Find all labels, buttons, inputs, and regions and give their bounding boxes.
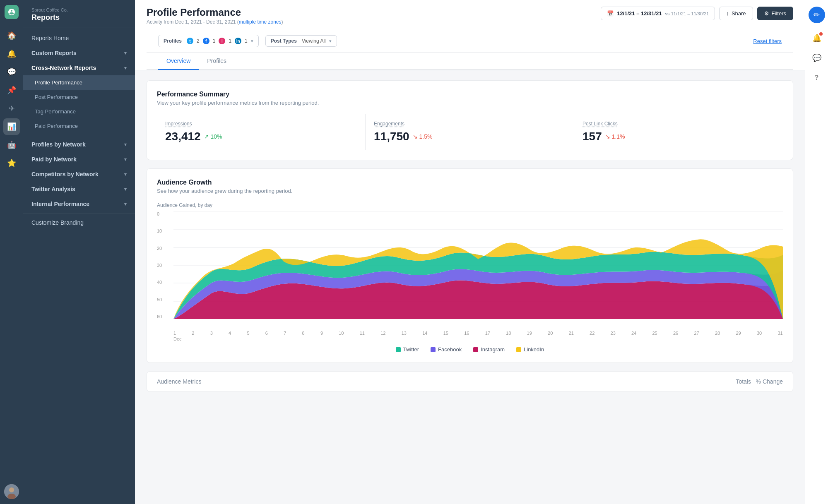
tab-overview[interactable]: Overview xyxy=(158,53,199,70)
legend-instagram: Instagram xyxy=(473,346,505,353)
tab-profiles[interactable]: Profiles xyxy=(199,53,235,70)
chevron-down-icon: ▾ xyxy=(124,142,127,147)
chart-label: Audience Gained, by day xyxy=(157,202,783,208)
twitter-legend-dot xyxy=(396,347,401,352)
filters-button[interactable]: ⚙ Filters xyxy=(757,7,793,20)
right-help-icon[interactable]: ? xyxy=(809,70,825,86)
page-header-top: Profile Performance Activity from Dec 1,… xyxy=(147,7,793,25)
sidebar-item-profiles-by-network[interactable]: Profiles by Network ▾ xyxy=(23,137,135,152)
sidebar-item-post-performance[interactable]: Post Performance xyxy=(23,90,135,104)
performance-summary-title: Performance Summary xyxy=(157,91,783,98)
page-header: Profile Performance Activity from Dec 1,… xyxy=(135,0,805,70)
metrics-grid: Impressions 23,412 ↗ 10% Engagements 11,… xyxy=(157,114,783,150)
profiles-filter[interactable]: Profiles t 2 f 1 i 1 in 1 ▾ xyxy=(158,35,259,47)
nav-publishing-icon[interactable]: ✈ xyxy=(3,100,20,117)
nav-messages-icon[interactable]: 💬 xyxy=(3,64,20,80)
impressions-change: ↗ 10% xyxy=(204,133,222,140)
post-types-filter[interactable]: Post Types Viewing All ▾ xyxy=(265,35,337,47)
sidebar-item-twitter-analysis[interactable]: Twitter Analysis ▾ xyxy=(23,182,135,197)
reset-filters-link[interactable]: Reset filters xyxy=(753,38,782,44)
chevron-icon: ▾ xyxy=(251,38,253,44)
chart-x-axis: 1 2 3 4 5 6 7 8 9 10 11 12 13 14 15 16 1 xyxy=(173,329,783,336)
audience-metrics-label: Audience Metrics xyxy=(157,378,201,385)
legend-facebook: Facebook xyxy=(431,346,462,353)
chevron-down-icon: ▾ xyxy=(124,50,127,56)
header-actions: 📅 12/1/21 – 12/31/21 vs 11/1/21 – 11/30/… xyxy=(601,7,793,20)
chevron-icon-2: ▾ xyxy=(329,38,332,44)
timezone-link[interactable]: multiple time zones xyxy=(239,19,282,25)
filter-bar: Profiles t 2 f 1 i 1 in 1 ▾ Post Types V… xyxy=(147,30,793,53)
tabs: Overview Profiles xyxy=(147,53,793,70)
company-name: Sprout Coffee Co. xyxy=(31,7,127,12)
audience-metrics-card: Audience Metrics Totals % Change xyxy=(147,371,793,392)
arrow-down-icon: ↘ xyxy=(413,133,418,140)
section-title: Reports xyxy=(31,13,127,22)
sidebar-item-paid-performance[interactable]: Paid Performance xyxy=(23,119,135,133)
sidebar-item-tag-performance[interactable]: Tag Performance xyxy=(23,104,135,119)
icon-bar: 🏠 🔔 💬 📌 ✈ 📊 🤖 ⭐ xyxy=(0,0,23,504)
notification-badge xyxy=(819,32,823,36)
page-title: Profile Performance xyxy=(147,7,283,18)
engagements-change: ↘ 1.5% xyxy=(413,133,433,140)
filter-icon: ⚙ xyxy=(764,10,769,17)
chevron-down-icon: ▾ xyxy=(124,187,127,192)
nav-notifications-icon[interactable]: 🔔 xyxy=(3,46,20,62)
right-messages-icon[interactable]: 💬 xyxy=(809,50,825,66)
impressions-value: 23,412 ↗ 10% xyxy=(165,130,357,143)
metric-impressions: Impressions 23,412 ↗ 10% xyxy=(157,114,366,150)
nav-home-icon[interactable]: 🏠 xyxy=(3,27,20,44)
performance-summary-card: Performance Summary View your key profil… xyxy=(147,80,793,160)
page-subtitle: Activity from Dec 1, 2021 - Dec 31, 2021… xyxy=(147,19,283,25)
user-avatar[interactable] xyxy=(4,484,19,499)
chart-y-axis: 60 50 40 30 20 10 0 xyxy=(157,211,173,319)
twitter-icon: t xyxy=(187,38,193,44)
sidebar-divider-2 xyxy=(23,213,135,214)
facebook-icon: f xyxy=(203,38,209,44)
sidebar-item-cross-network[interactable]: Cross-Network Reports ▾ xyxy=(23,60,135,75)
nav-star-icon[interactable]: ⭐ xyxy=(3,155,20,171)
audience-metrics-header: Audience Metrics Totals % Change xyxy=(157,378,783,385)
totals-label: Totals % Change xyxy=(736,378,783,385)
compose-button[interactable]: ✏ xyxy=(809,7,825,23)
share-button[interactable]: ↑ Share xyxy=(719,7,753,20)
sidebar-item-customize-branding[interactable]: Customize Branding xyxy=(23,215,135,230)
sidebar-divider xyxy=(23,135,135,135)
legend-linkedin: LinkedIn xyxy=(516,346,544,353)
right-notifications-icon[interactable]: 🔔 xyxy=(809,30,825,46)
content-area: Performance Summary View your key profil… xyxy=(135,70,805,504)
engagements-label: Engagements xyxy=(374,121,566,127)
legend-twitter: Twitter xyxy=(396,346,419,353)
post-link-clicks-label: Post Link Clicks xyxy=(582,121,775,127)
sidebar-item-reports-home[interactable]: Reports Home xyxy=(23,31,135,46)
linkedin-icon: in xyxy=(235,38,241,44)
sidebar-item-profile-performance[interactable]: Profile Performance xyxy=(23,75,135,90)
main-content: Profile Performance Activity from Dec 1,… xyxy=(135,0,805,504)
chevron-down-icon: ▾ xyxy=(124,172,127,177)
nav-listening-icon[interactable]: 🤖 xyxy=(3,137,20,153)
sidebar-nav: Reports Home Custom Reports ▾ Cross-Netw… xyxy=(23,27,135,233)
post-link-clicks-change: ↘ 1.1% xyxy=(605,133,625,140)
arrow-down-icon-2: ↘ xyxy=(605,133,610,140)
share-icon: ↑ xyxy=(726,10,729,17)
nav-reports-icon[interactable]: 📊 xyxy=(3,118,20,135)
audience-growth-subtitle: See how your audience grew during the re… xyxy=(157,188,783,194)
right-bar: ✏ 🔔 💬 ? xyxy=(805,0,828,504)
audience-growth-title: Audience Growth xyxy=(157,179,783,186)
impressions-label: Impressions xyxy=(165,121,357,127)
sidebar-header: Sprout Coffee Co. Reports xyxy=(23,0,135,27)
metric-post-link-clicks: Post Link Clicks 157 ↘ 1.1% xyxy=(574,114,783,150)
chart-svg-area xyxy=(173,211,783,319)
instagram-legend-dot xyxy=(473,347,478,352)
engagements-value: 11,750 ↘ 1.5% xyxy=(374,130,566,143)
sidebar-item-paid-by-network[interactable]: Paid by Network ▾ xyxy=(23,152,135,167)
date-range-button[interactable]: 📅 12/1/21 – 12/31/21 vs 11/1/21 – 11/30/… xyxy=(601,7,715,20)
calendar-icon: 📅 xyxy=(607,10,614,17)
linkedin-legend-dot xyxy=(516,347,521,352)
audience-growth-card: Audience Growth See how your audience gr… xyxy=(147,168,793,363)
instagram-icon: i xyxy=(219,38,225,44)
nav-tasks-icon[interactable]: 📌 xyxy=(3,82,20,98)
performance-summary-subtitle: View your key profile performance metric… xyxy=(157,100,783,106)
sidebar-item-internal-performance[interactable]: Internal Performance ▾ xyxy=(23,197,135,211)
sidebar-item-custom-reports[interactable]: Custom Reports ▾ xyxy=(23,46,135,60)
sidebar-item-competitors-by-network[interactable]: Competitors by Network ▾ xyxy=(23,167,135,182)
